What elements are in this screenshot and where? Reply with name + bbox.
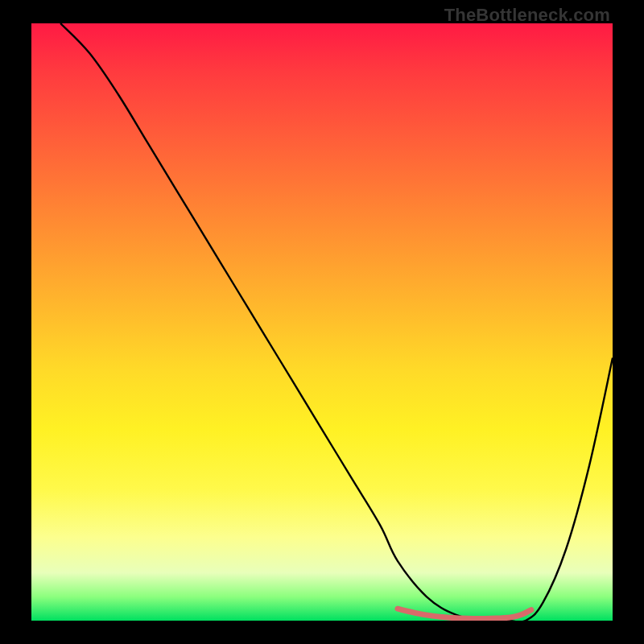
floor-segment (398, 609, 531, 618)
primary-curve (60, 23, 613, 621)
plot-area (31, 23, 613, 621)
watermark-label: TheBottleneck.com (444, 5, 610, 26)
chart-svg (31, 23, 613, 621)
chart-frame: TheBottleneck.com (0, 0, 644, 644)
